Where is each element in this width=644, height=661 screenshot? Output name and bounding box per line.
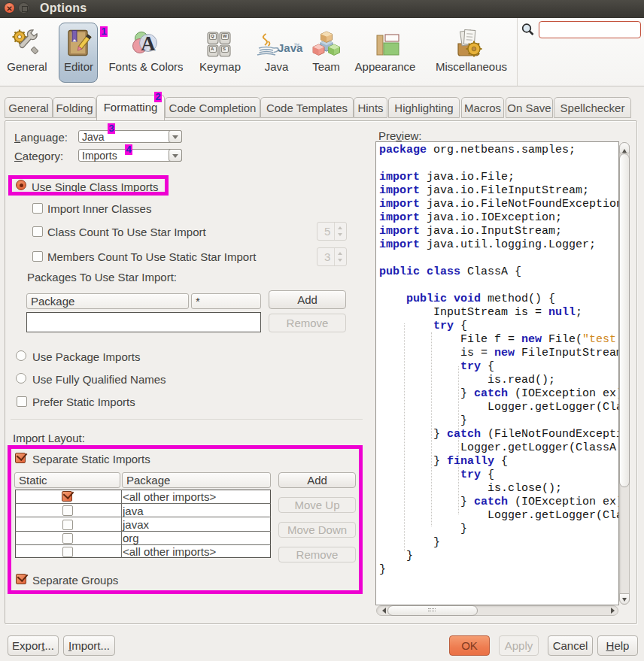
svg-text:W: W	[223, 34, 227, 38]
svg-text:™: ™	[293, 42, 299, 49]
svg-text:Q: Q	[211, 34, 214, 38]
svg-text:S: S	[223, 47, 226, 51]
svg-text:A: A	[211, 47, 214, 51]
svg-text:A: A	[141, 32, 156, 55]
